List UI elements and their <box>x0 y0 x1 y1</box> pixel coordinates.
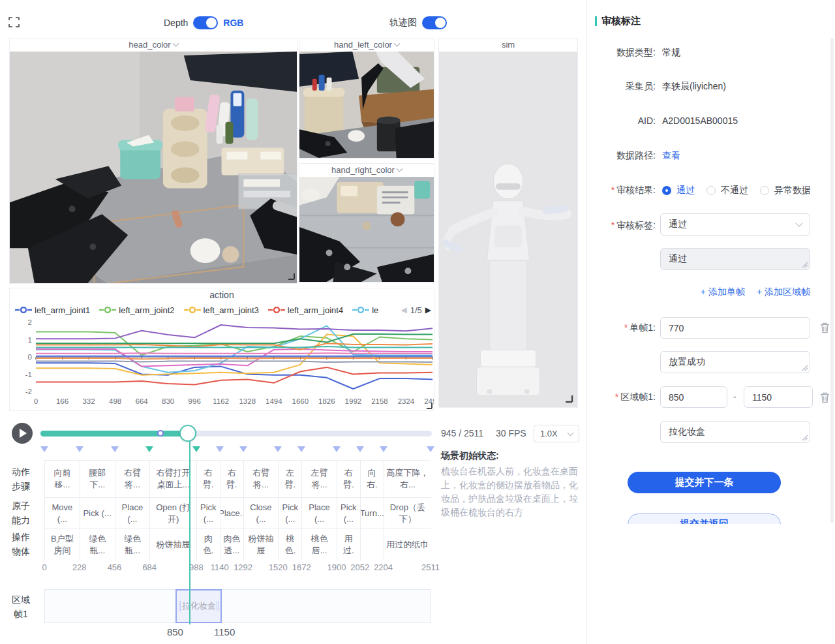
depth-rgb-toggle[interactable] <box>193 16 218 29</box>
review-field-label: 采集员: <box>587 81 656 93</box>
atomic-skill-cell: Turn... <box>361 498 384 529</box>
hand-left-camera-header[interactable]: hand_left_color <box>299 38 434 52</box>
legend-prev-icon[interactable]: ◀ <box>401 305 406 314</box>
region-frame-track[interactable]: 拉化妆盒 <box>44 589 431 623</box>
region-start-tick: 850 <box>159 626 191 637</box>
single-frame-note-textarea[interactable]: 放置成功 <box>660 351 810 373</box>
timeline-marker-1672[interactable] <box>297 446 305 452</box>
action-chart-plot: 210-1-2016633249866483099611621328149416… <box>10 318 434 410</box>
delete-region-frame-icon[interactable] <box>819 391 830 403</box>
atomic-skill-cell: Place.. <box>220 498 244 529</box>
radio-label-不通过[interactable]: 不通过 <box>721 185 748 196</box>
radio-label-异常数据[interactable]: 异常数据 <box>774 185 811 196</box>
review-tag-note-textarea[interactable]: 通过 <box>660 248 810 270</box>
resize-grip-icon[interactable] <box>802 262 808 268</box>
object-cell: 绿色瓶... <box>115 529 151 560</box>
add-frame-links: + 添加单帧 + 添加区域帧 <box>660 286 810 298</box>
chart-legend: left_arm_joint1left_arm_joint2left_arm_j… <box>15 303 431 317</box>
timeline-marker-684[interactable] <box>145 446 153 452</box>
data-path-view-link[interactable]: 查看 <box>662 150 680 162</box>
submit-back-button[interactable]: 提交并返回 <box>628 514 781 524</box>
region-right-grip[interactable] <box>217 601 219 611</box>
radio-异常数据[interactable] <box>760 186 769 195</box>
timeline-marker-0[interactable] <box>40 446 48 452</box>
region-start-input[interactable]: 850 <box>660 386 727 408</box>
trajectory-label: 轨迹图 <box>389 17 417 29</box>
svg-text:0: 0 <box>28 353 32 361</box>
rgb-label: RGB <box>223 18 243 28</box>
delete-single-frame-icon[interactable] <box>819 322 830 333</box>
legend-item-left_arm_joint1[interactable]: left_arm_joint1 <box>15 305 90 315</box>
radio-通过[interactable] <box>662 186 671 195</box>
svg-text:664: 664 <box>136 397 149 405</box>
sim-panel: sim <box>438 38 578 408</box>
action-chart-panel: action left_arm_joint1left_arm_joint2lef… <box>9 288 434 411</box>
head-camera-image <box>10 52 297 283</box>
resize-grip-icon[interactable] <box>802 365 808 371</box>
legend-item-le[interactable]: le <box>352 305 378 315</box>
svg-text:-2: -2 <box>25 388 32 395</box>
action-step-row-label: 动作步骤 <box>7 465 35 493</box>
timeline-marker-456[interactable] <box>111 446 119 452</box>
timeline-slider[interactable] <box>40 431 432 437</box>
single-frame-marker-dot[interactable] <box>157 430 164 437</box>
timeline-marker-2204[interactable] <box>380 446 387 452</box>
timeline-marker-1292[interactable] <box>239 446 247 452</box>
legend-item-left_arm_joint2[interactable]: left_arm_joint2 <box>99 305 174 315</box>
radio-不通过[interactable] <box>706 186 716 195</box>
svg-text:1162: 1162 <box>213 397 229 405</box>
single-frame-label: *单帧1: <box>587 322 656 334</box>
radio-label-通过[interactable]: 通过 <box>676 185 695 196</box>
timeline-marker-1140[interactable] <box>216 446 224 452</box>
timeline-marker-2052[interactable] <box>356 446 364 452</box>
timeline-marker-988[interactable] <box>192 446 200 452</box>
object-cell: 肉色透... <box>220 529 244 560</box>
atomic-skill-cell: Pick (... <box>197 498 220 529</box>
timeline-axis-tick: 1292 <box>229 562 258 572</box>
svg-text:1: 1 <box>28 336 32 344</box>
object-row-label: 操作物体 <box>7 530 35 559</box>
legend-next-icon[interactable]: ▶ <box>425 305 431 314</box>
add-region-frame-link[interactable]: + 添加区域帧 <box>757 286 810 298</box>
review-field-label: AID: <box>587 115 656 126</box>
timeline-marker-228[interactable] <box>76 446 84 452</box>
head-camera-header[interactable]: head_color <box>10 38 297 52</box>
chart-resize-handle[interactable] <box>426 403 433 409</box>
app-root: Depth RGB 轨迹图 head_color <box>0 0 835 644</box>
timeline-marker-2511[interactable] <box>427 446 434 452</box>
submit-next-button[interactable]: 提交并下一条 <box>628 472 781 493</box>
review-tag-select[interactable]: 通过 <box>660 213 810 236</box>
trajectory-toggle[interactable] <box>422 16 447 29</box>
region-left-grip[interactable] <box>179 601 181 611</box>
svg-text:332: 332 <box>82 397 95 405</box>
legend-item-left_arm_joint3[interactable]: left_arm_joint3 <box>184 305 259 315</box>
atomic-skill-cell: Pick (... <box>337 498 361 529</box>
object-cell: B户型房间 <box>45 529 80 560</box>
legend-item-left_arm_joint4[interactable]: left_arm_joint4 <box>268 305 343 315</box>
hand-left-camera-image <box>299 52 434 158</box>
slider-handle[interactable] <box>179 425 196 442</box>
depth-rgb-switch-group: Depth RGB <box>164 16 243 29</box>
timeline-marker-1520[interactable] <box>274 446 282 452</box>
speed-select[interactable]: 1.0X <box>534 425 579 442</box>
region-note-textarea[interactable]: 拉化妆盒 <box>660 421 810 443</box>
scrollbar[interactable] <box>830 38 834 523</box>
timeline-marker-1900[interactable] <box>333 446 341 452</box>
region-row-label: 区域帧1 <box>7 592 35 621</box>
chevron-down-icon <box>172 40 179 47</box>
single-frame-input[interactable]: 770 <box>660 317 810 339</box>
play-button[interactable] <box>12 423 33 444</box>
review-panel-title: 审核标注 <box>601 15 641 27</box>
action-chart-title: action <box>10 290 434 300</box>
timeline-axis-tick: 228 <box>65 562 94 572</box>
region-end-input[interactable]: 1150 <box>744 386 813 408</box>
atomic-skill-cell: Pick (... <box>80 498 115 529</box>
hand-right-camera-header[interactable]: hand_right_color <box>299 164 434 177</box>
region-frame-segment[interactable]: 拉化妆盒 <box>175 589 222 623</box>
svg-text:1494: 1494 <box>266 397 282 405</box>
scene-initial-state: 场景初始状态: 梳妆台在机器人前，化妆盒在桌面上，化妆盒的侧边摆放着物品，化妆品… <box>441 450 581 519</box>
add-single-frame-link[interactable]: + 添加单帧 <box>701 286 745 298</box>
fullscreen-icon[interactable] <box>8 17 20 27</box>
resize-grip-icon[interactable] <box>802 435 808 440</box>
timeline-axis-tick: 2204 <box>369 562 398 572</box>
